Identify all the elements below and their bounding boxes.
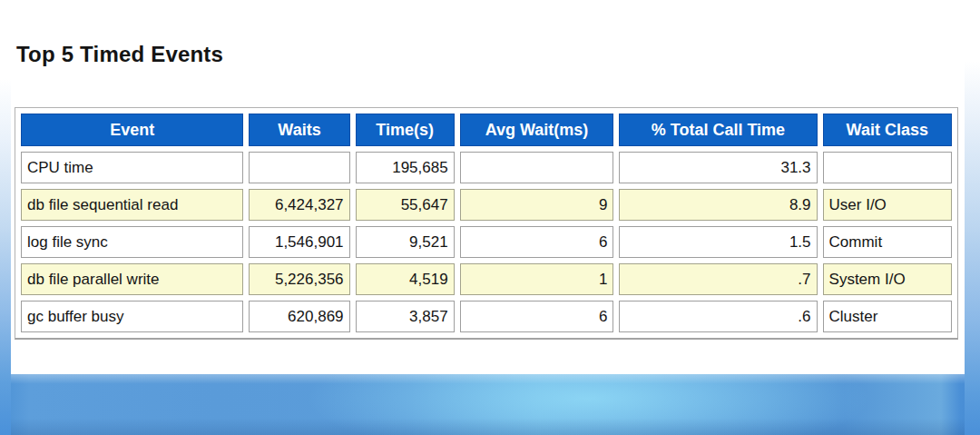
cell-pct-total: .6	[619, 301, 817, 332]
column-header-event: Event	[21, 114, 243, 146]
cell-waits	[249, 152, 349, 183]
timed-events-table-container: Event Waits Time(s) Avg Wait(ms) % Total…	[15, 107, 958, 340]
cell-time: 55,647	[356, 189, 455, 221]
column-header-wait-class: Wait Class	[823, 114, 952, 146]
cell-event: log file sync	[21, 226, 243, 258]
column-header-avg-wait: Avg Wait(ms)	[460, 114, 614, 146]
cell-time: 4,519	[356, 263, 455, 295]
cell-wait-class: Commit	[823, 226, 952, 258]
cell-event: gc buffer busy	[21, 301, 243, 332]
table-row: log file sync 1,546,901 9,521 6 1.5 Comm…	[21, 226, 952, 258]
table-row: db file parallel write 5,226,356 4,519 1…	[21, 263, 952, 295]
cell-wait-class: User I/O	[823, 189, 952, 221]
column-header-time: Time(s)	[356, 114, 455, 146]
cell-wait-class: Cluster	[823, 301, 952, 332]
cell-avg-wait: 6	[460, 301, 614, 332]
left-gradient-strip	[0, 0, 11, 435]
cell-event: db file parallel write	[21, 263, 243, 295]
cell-time: 9,521	[356, 226, 455, 258]
header-row: Event Waits Time(s) Avg Wait(ms) % Total…	[21, 114, 952, 146]
cell-event: CPU time	[21, 152, 243, 183]
cell-waits: 6,424,327	[249, 189, 349, 221]
cell-time: 195,685	[356, 152, 455, 183]
cell-waits: 1,546,901	[249, 226, 349, 258]
table-row: CPU time 195,685 31.3	[21, 152, 952, 183]
cell-waits: 5,226,356	[249, 263, 349, 295]
table-row: gc buffer busy 620,869 3,857 6 .6 Cluste…	[21, 301, 952, 332]
cell-pct-total: 1.5	[619, 226, 817, 258]
cell-pct-total: .7	[619, 263, 817, 295]
cell-wait-class: System I/O	[823, 263, 952, 295]
cell-avg-wait: 9	[460, 189, 614, 221]
column-header-pct-total-call-time: % Total Call Time	[619, 114, 817, 146]
column-header-waits: Waits	[249, 114, 349, 146]
bottom-gradient-band	[0, 374, 980, 435]
cell-pct-total: 8.9	[619, 189, 817, 221]
table-row: db file sequential read 6,424,327 55,647…	[21, 189, 952, 221]
right-gradient-strip	[965, 0, 980, 435]
cell-time: 3,857	[356, 301, 455, 332]
page-title: Top 5 Timed Events	[16, 42, 223, 67]
cell-avg-wait: 1	[460, 263, 614, 295]
cell-waits: 620,869	[249, 301, 349, 332]
cell-pct-total: 31.3	[619, 152, 817, 183]
cell-avg-wait: 6	[460, 226, 614, 258]
slide-canvas: Top 5 Timed Events Event Waits Time(s) A…	[0, 0, 980, 435]
cell-wait-class	[823, 152, 952, 183]
timed-events-table: Event Waits Time(s) Avg Wait(ms) % Total…	[15, 107, 958, 340]
cell-event: db file sequential read	[21, 189, 243, 221]
cell-avg-wait	[460, 152, 614, 183]
